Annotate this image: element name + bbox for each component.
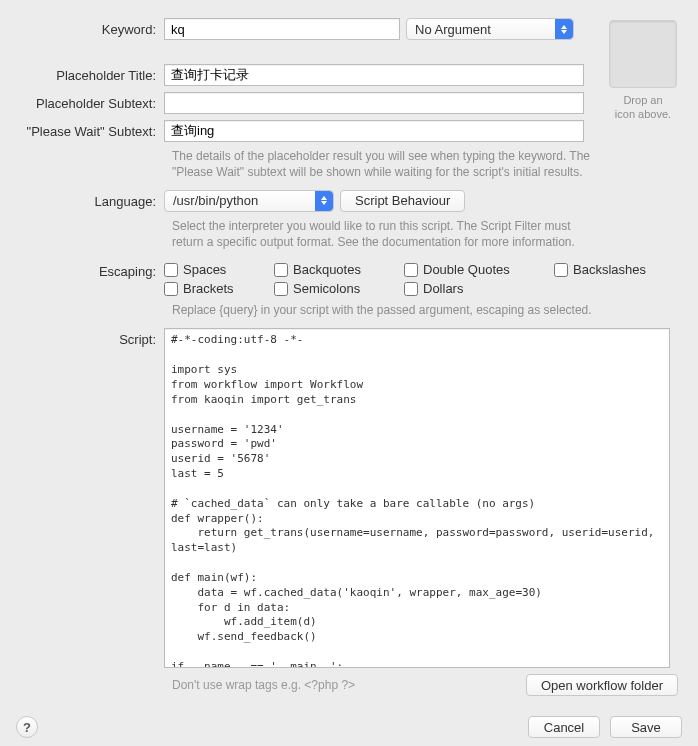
please-wait-label: "Please Wait" Subtext:	[16, 120, 164, 139]
cancel-button[interactable]: Cancel	[528, 716, 600, 738]
save-button[interactable]: Save	[610, 716, 682, 738]
escaping-spaces[interactable]: Spaces	[164, 262, 274, 277]
open-workflow-folder-button[interactable]: Open workflow folder	[526, 674, 678, 696]
help-button[interactable]: ?	[16, 716, 38, 738]
language-select-value: /usr/bin/python	[173, 193, 258, 208]
icon-drop-caption: Drop anicon above.	[604, 94, 682, 122]
placeholder-subtext-input[interactable]	[164, 92, 584, 114]
please-wait-input[interactable]	[164, 120, 584, 142]
escaping-dollars-checkbox[interactable]	[404, 282, 418, 296]
escaping-hint: Replace {query} in your script with the …	[172, 302, 602, 318]
placeholder-title-label: Placeholder Title:	[16, 64, 164, 83]
icon-drop-well[interactable]	[609, 20, 677, 88]
escaping-dollars[interactable]: Dollars	[404, 281, 554, 296]
argument-select[interactable]: No Argument	[406, 18, 574, 40]
keyword-input[interactable]	[164, 18, 400, 40]
escaping-backquotes[interactable]: Backquotes	[274, 262, 404, 277]
escaping-brackets[interactable]: Brackets	[164, 281, 274, 296]
escaping-backslashes[interactable]: Backslashes	[554, 262, 684, 277]
escaping-spaces-checkbox[interactable]	[164, 263, 178, 277]
escaping-double-quotes[interactable]: Double Quotes	[404, 262, 554, 277]
escaping-backquotes-checkbox[interactable]	[274, 263, 288, 277]
escaping-semicolons[interactable]: Semicolons	[274, 281, 404, 296]
chevron-updown-icon	[555, 19, 573, 39]
language-select[interactable]: /usr/bin/python	[164, 190, 334, 212]
escaping-label: Escaping:	[16, 260, 164, 279]
placeholder-hint: The details of the placeholder result yo…	[172, 148, 602, 180]
escaping-semicolons-checkbox[interactable]	[274, 282, 288, 296]
placeholder-subtext-label: Placeholder Subtext:	[16, 92, 164, 111]
keyword-label: Keyword:	[16, 18, 164, 37]
script-label: Script:	[16, 328, 164, 347]
argument-select-value: No Argument	[415, 22, 491, 37]
escaping-double-quotes-checkbox[interactable]	[404, 263, 418, 277]
language-hint: Select the interpreter you would like to…	[172, 218, 602, 250]
escaping-brackets-checkbox[interactable]	[164, 282, 178, 296]
chevron-updown-icon	[315, 191, 333, 211]
language-label: Language:	[16, 190, 164, 209]
script-textarea[interactable]: #-*-coding:utf-8 -*- import sys from wor…	[164, 328, 670, 668]
script-footer-hint: Don't use wrap tags e.g. <?php ?>	[172, 678, 526, 692]
escaping-backslashes-checkbox[interactable]	[554, 263, 568, 277]
placeholder-title-input[interactable]	[164, 64, 584, 86]
script-behaviour-button[interactable]: Script Behaviour	[340, 190, 465, 212]
